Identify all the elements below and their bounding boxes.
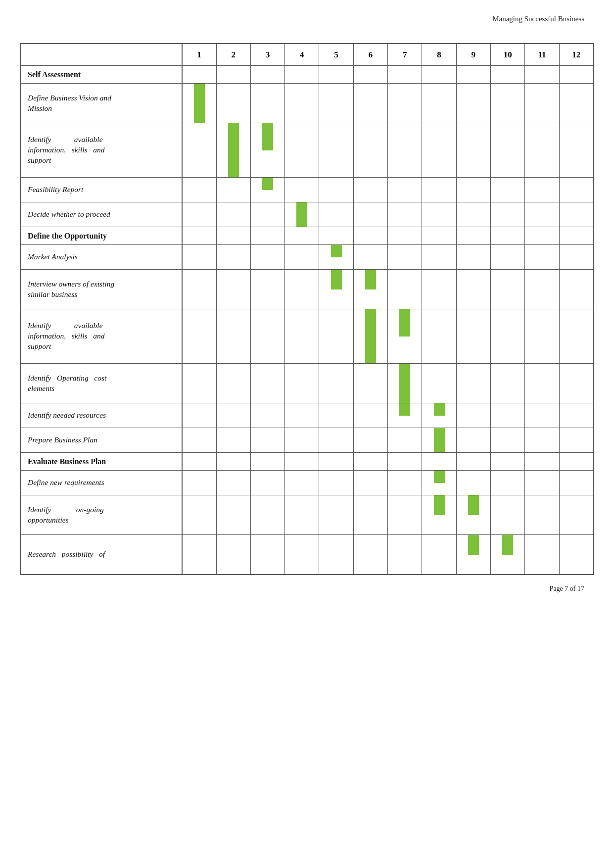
cell [216, 495, 250, 535]
cell [525, 227, 559, 245]
gantt-bar [194, 84, 205, 123]
cell [456, 245, 490, 270]
cell [182, 227, 216, 245]
cell [559, 178, 593, 202]
gantt-bar [399, 309, 410, 337]
cell [353, 428, 387, 453]
cell [319, 66, 353, 84]
col-header-5: 5 [319, 44, 353, 66]
cell [456, 535, 490, 575]
task-row-define-vision: Define Business Vision andMission [21, 84, 594, 123]
col-header-10: 10 [491, 44, 525, 66]
cell [456, 178, 490, 202]
cell [422, 364, 456, 403]
gantt-bar [434, 428, 445, 452]
task-row-identify-info: Identify availableinformation, skills an… [21, 123, 594, 178]
cell [216, 309, 250, 364]
cell [491, 202, 525, 227]
cell [456, 309, 490, 364]
col-header-7: 7 [388, 44, 422, 66]
cell [216, 428, 250, 453]
col-header-3: 3 [250, 44, 284, 66]
cell [559, 453, 593, 471]
cell [491, 364, 525, 403]
cell [285, 403, 319, 428]
cell [388, 453, 422, 471]
gantt-bar [365, 309, 376, 363]
cell [285, 123, 319, 178]
cell [422, 123, 456, 178]
task-label: Research possibility of [21, 535, 182, 575]
cell [422, 84, 456, 123]
cell [353, 535, 387, 575]
gantt-bar [434, 495, 445, 515]
cell [250, 227, 284, 245]
cell [559, 202, 593, 227]
cell [456, 364, 490, 403]
cell [216, 66, 250, 84]
col-header-2: 2 [216, 44, 250, 66]
task-row-market-analysis: Market Analysis [21, 245, 594, 270]
cell [491, 178, 525, 202]
cell [182, 123, 216, 178]
cell [353, 364, 387, 403]
cell [319, 403, 353, 428]
cell [559, 495, 593, 535]
cell [525, 178, 559, 202]
section-define-opportunity: Define the Opportunity [21, 227, 594, 245]
cell [491, 309, 525, 364]
cell [216, 84, 250, 123]
cell [388, 84, 422, 123]
gantt-bar [434, 471, 445, 483]
cell [319, 227, 353, 245]
cell [422, 270, 456, 309]
task-label: Identify availableinformation, skills an… [21, 123, 182, 178]
cell [456, 66, 490, 84]
cell [388, 364, 422, 403]
cell [250, 245, 284, 270]
cell [456, 270, 490, 309]
cell [456, 453, 490, 471]
cell [559, 535, 593, 575]
cell [525, 428, 559, 453]
gantt-bar [434, 403, 445, 416]
cell [559, 227, 593, 245]
cell [353, 123, 387, 178]
cell [388, 270, 422, 309]
task-label: Identify availableinformation, skills an… [21, 309, 182, 364]
cell [388, 178, 422, 202]
cell [525, 309, 559, 364]
cell [250, 270, 284, 309]
cell [216, 453, 250, 471]
cell [388, 471, 422, 495]
gantt-bar [502, 535, 513, 555]
cell [353, 84, 387, 123]
cell [285, 428, 319, 453]
cell [388, 428, 422, 453]
col-header-11: 11 [525, 44, 559, 66]
header-title: Managing Successful Business [492, 15, 584, 23]
cell [388, 202, 422, 227]
cell [525, 471, 559, 495]
cell [456, 471, 490, 495]
task-label: Define Business Vision andMission [21, 84, 182, 123]
cell [319, 453, 353, 471]
cell [525, 84, 559, 123]
cell [559, 471, 593, 495]
cell [216, 123, 250, 178]
cell [559, 428, 593, 453]
cell [559, 123, 593, 178]
cell [388, 535, 422, 575]
task-label: Feasibility Report [21, 178, 182, 202]
cell [559, 84, 593, 123]
cell [388, 66, 422, 84]
cell [285, 227, 319, 245]
col-header-4: 4 [285, 44, 319, 66]
cell [422, 535, 456, 575]
cell [285, 202, 319, 227]
cell [422, 66, 456, 84]
cell [525, 495, 559, 535]
task-row-feasibility: Feasibility Report [21, 178, 594, 202]
cell [559, 364, 593, 403]
cell [216, 403, 250, 428]
